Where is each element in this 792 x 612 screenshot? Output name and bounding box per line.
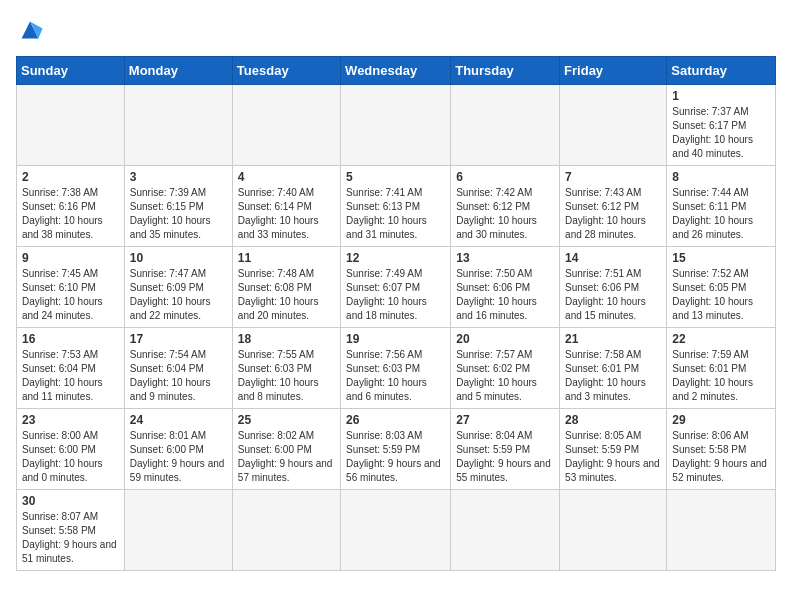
day-number: 26 <box>346 413 445 427</box>
day-info: Sunrise: 8:05 AM Sunset: 5:59 PM Dayligh… <box>565 429 661 485</box>
calendar-cell: 16Sunrise: 7:53 AM Sunset: 6:04 PM Dayli… <box>17 328 125 409</box>
day-info: Sunrise: 7:41 AM Sunset: 6:13 PM Dayligh… <box>346 186 445 242</box>
day-info: Sunrise: 7:48 AM Sunset: 6:08 PM Dayligh… <box>238 267 335 323</box>
day-info: Sunrise: 7:39 AM Sunset: 6:15 PM Dayligh… <box>130 186 227 242</box>
day-info: Sunrise: 7:44 AM Sunset: 6:11 PM Dayligh… <box>672 186 770 242</box>
calendar-cell: 12Sunrise: 7:49 AM Sunset: 6:07 PM Dayli… <box>341 247 451 328</box>
calendar-cell <box>451 85 560 166</box>
day-number: 14 <box>565 251 661 265</box>
calendar-cell <box>560 490 667 571</box>
day-info: Sunrise: 7:49 AM Sunset: 6:07 PM Dayligh… <box>346 267 445 323</box>
calendar-cell: 22Sunrise: 7:59 AM Sunset: 6:01 PM Dayli… <box>667 328 776 409</box>
calendar-cell: 14Sunrise: 7:51 AM Sunset: 6:06 PM Dayli… <box>560 247 667 328</box>
calendar-cell: 18Sunrise: 7:55 AM Sunset: 6:03 PM Dayli… <box>232 328 340 409</box>
calendar-week-5: 23Sunrise: 8:00 AM Sunset: 6:00 PM Dayli… <box>17 409 776 490</box>
day-info: Sunrise: 8:06 AM Sunset: 5:58 PM Dayligh… <box>672 429 770 485</box>
day-info: Sunrise: 8:00 AM Sunset: 6:00 PM Dayligh… <box>22 429 119 485</box>
calendar-cell <box>341 490 451 571</box>
day-number: 7 <box>565 170 661 184</box>
day-info: Sunrise: 7:40 AM Sunset: 6:14 PM Dayligh… <box>238 186 335 242</box>
calendar-cell: 25Sunrise: 8:02 AM Sunset: 6:00 PM Dayli… <box>232 409 340 490</box>
day-info: Sunrise: 7:38 AM Sunset: 6:16 PM Dayligh… <box>22 186 119 242</box>
calendar-cell: 19Sunrise: 7:56 AM Sunset: 6:03 PM Dayli… <box>341 328 451 409</box>
logo-icon <box>16 16 44 44</box>
calendar-cell <box>667 490 776 571</box>
day-number: 16 <box>22 332 119 346</box>
calendar-body: 1Sunrise: 7:37 AM Sunset: 6:17 PM Daylig… <box>17 85 776 571</box>
calendar-cell: 17Sunrise: 7:54 AM Sunset: 6:04 PM Dayli… <box>124 328 232 409</box>
day-info: Sunrise: 7:59 AM Sunset: 6:01 PM Dayligh… <box>672 348 770 404</box>
calendar-cell: 21Sunrise: 7:58 AM Sunset: 6:01 PM Dayli… <box>560 328 667 409</box>
weekday-header-friday: Friday <box>560 57 667 85</box>
day-info: Sunrise: 7:56 AM Sunset: 6:03 PM Dayligh… <box>346 348 445 404</box>
day-info: Sunrise: 7:43 AM Sunset: 6:12 PM Dayligh… <box>565 186 661 242</box>
day-number: 23 <box>22 413 119 427</box>
calendar-week-1: 1Sunrise: 7:37 AM Sunset: 6:17 PM Daylig… <box>17 85 776 166</box>
day-info: Sunrise: 7:42 AM Sunset: 6:12 PM Dayligh… <box>456 186 554 242</box>
calendar-cell: 27Sunrise: 8:04 AM Sunset: 5:59 PM Dayli… <box>451 409 560 490</box>
calendar-cell <box>124 85 232 166</box>
calendar-cell: 6Sunrise: 7:42 AM Sunset: 6:12 PM Daylig… <box>451 166 560 247</box>
calendar-cell: 4Sunrise: 7:40 AM Sunset: 6:14 PM Daylig… <box>232 166 340 247</box>
day-number: 29 <box>672 413 770 427</box>
day-info: Sunrise: 7:53 AM Sunset: 6:04 PM Dayligh… <box>22 348 119 404</box>
calendar-week-2: 2Sunrise: 7:38 AM Sunset: 6:16 PM Daylig… <box>17 166 776 247</box>
calendar-cell: 26Sunrise: 8:03 AM Sunset: 5:59 PM Dayli… <box>341 409 451 490</box>
weekday-header-wednesday: Wednesday <box>341 57 451 85</box>
weekday-header-row: SundayMondayTuesdayWednesdayThursdayFrid… <box>17 57 776 85</box>
calendar-cell <box>232 490 340 571</box>
calendar-week-4: 16Sunrise: 7:53 AM Sunset: 6:04 PM Dayli… <box>17 328 776 409</box>
calendar-cell: 1Sunrise: 7:37 AM Sunset: 6:17 PM Daylig… <box>667 85 776 166</box>
calendar-cell <box>560 85 667 166</box>
logo <box>16 16 48 44</box>
day-number: 1 <box>672 89 770 103</box>
day-number: 20 <box>456 332 554 346</box>
weekday-header-monday: Monday <box>124 57 232 85</box>
day-number: 28 <box>565 413 661 427</box>
day-info: Sunrise: 8:03 AM Sunset: 5:59 PM Dayligh… <box>346 429 445 485</box>
calendar-cell: 13Sunrise: 7:50 AM Sunset: 6:06 PM Dayli… <box>451 247 560 328</box>
calendar-cell: 2Sunrise: 7:38 AM Sunset: 6:16 PM Daylig… <box>17 166 125 247</box>
day-number: 12 <box>346 251 445 265</box>
day-info: Sunrise: 7:54 AM Sunset: 6:04 PM Dayligh… <box>130 348 227 404</box>
day-info: Sunrise: 7:58 AM Sunset: 6:01 PM Dayligh… <box>565 348 661 404</box>
page-header <box>16 16 776 44</box>
day-number: 13 <box>456 251 554 265</box>
day-info: Sunrise: 7:52 AM Sunset: 6:05 PM Dayligh… <box>672 267 770 323</box>
calendar-cell: 11Sunrise: 7:48 AM Sunset: 6:08 PM Dayli… <box>232 247 340 328</box>
day-info: Sunrise: 7:57 AM Sunset: 6:02 PM Dayligh… <box>456 348 554 404</box>
calendar-cell: 10Sunrise: 7:47 AM Sunset: 6:09 PM Dayli… <box>124 247 232 328</box>
day-number: 5 <box>346 170 445 184</box>
day-info: Sunrise: 7:47 AM Sunset: 6:09 PM Dayligh… <box>130 267 227 323</box>
day-info: Sunrise: 7:51 AM Sunset: 6:06 PM Dayligh… <box>565 267 661 323</box>
calendar-week-6: 30Sunrise: 8:07 AM Sunset: 5:58 PM Dayli… <box>17 490 776 571</box>
day-number: 4 <box>238 170 335 184</box>
calendar-cell: 24Sunrise: 8:01 AM Sunset: 6:00 PM Dayli… <box>124 409 232 490</box>
day-number: 22 <box>672 332 770 346</box>
day-info: Sunrise: 7:50 AM Sunset: 6:06 PM Dayligh… <box>456 267 554 323</box>
calendar-cell: 30Sunrise: 8:07 AM Sunset: 5:58 PM Dayli… <box>17 490 125 571</box>
day-number: 30 <box>22 494 119 508</box>
calendar-cell: 29Sunrise: 8:06 AM Sunset: 5:58 PM Dayli… <box>667 409 776 490</box>
day-info: Sunrise: 8:01 AM Sunset: 6:00 PM Dayligh… <box>130 429 227 485</box>
day-number: 15 <box>672 251 770 265</box>
calendar-week-3: 9Sunrise: 7:45 AM Sunset: 6:10 PM Daylig… <box>17 247 776 328</box>
day-info: Sunrise: 7:37 AM Sunset: 6:17 PM Dayligh… <box>672 105 770 161</box>
calendar-cell: 28Sunrise: 8:05 AM Sunset: 5:59 PM Dayli… <box>560 409 667 490</box>
weekday-header-tuesday: Tuesday <box>232 57 340 85</box>
day-number: 18 <box>238 332 335 346</box>
day-info: Sunrise: 8:04 AM Sunset: 5:59 PM Dayligh… <box>456 429 554 485</box>
calendar-cell: 8Sunrise: 7:44 AM Sunset: 6:11 PM Daylig… <box>667 166 776 247</box>
weekday-header-thursday: Thursday <box>451 57 560 85</box>
day-number: 10 <box>130 251 227 265</box>
day-number: 25 <box>238 413 335 427</box>
calendar-cell: 20Sunrise: 7:57 AM Sunset: 6:02 PM Dayli… <box>451 328 560 409</box>
day-info: Sunrise: 7:45 AM Sunset: 6:10 PM Dayligh… <box>22 267 119 323</box>
day-info: Sunrise: 7:55 AM Sunset: 6:03 PM Dayligh… <box>238 348 335 404</box>
day-number: 8 <box>672 170 770 184</box>
day-number: 6 <box>456 170 554 184</box>
day-number: 27 <box>456 413 554 427</box>
day-number: 17 <box>130 332 227 346</box>
calendar-cell: 7Sunrise: 7:43 AM Sunset: 6:12 PM Daylig… <box>560 166 667 247</box>
day-number: 19 <box>346 332 445 346</box>
